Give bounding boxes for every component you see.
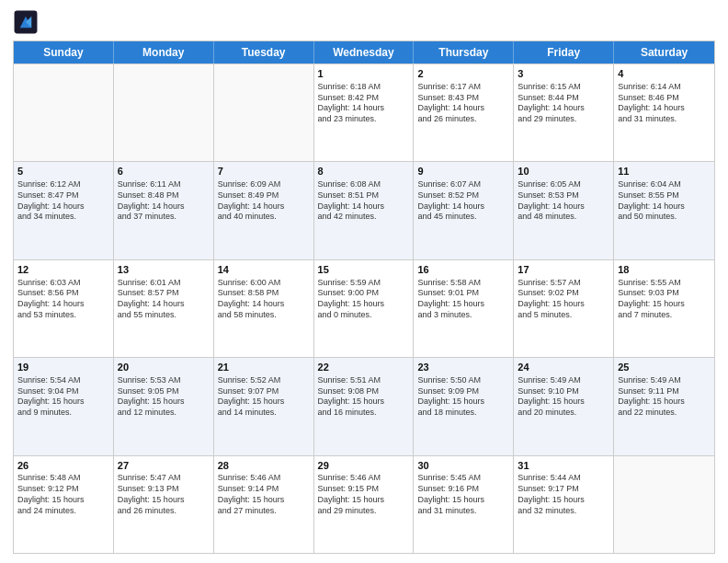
cell-info: Sunrise: 6:18 AM Sunset: 8:42 PM Dayligh… bbox=[318, 82, 410, 125]
day-number: 31 bbox=[518, 459, 609, 473]
day-number: 9 bbox=[417, 165, 509, 178]
cal-cell-day-12: 12Sunrise: 6:03 AM Sunset: 8:56 PM Dayli… bbox=[14, 260, 114, 357]
cal-cell-empty bbox=[114, 64, 214, 161]
cal-cell-day-14: 14Sunrise: 6:00 AM Sunset: 8:58 PM Dayli… bbox=[214, 260, 314, 357]
day-number: 19 bbox=[17, 361, 109, 374]
cal-row-2: 12Sunrise: 6:03 AM Sunset: 8:56 PM Dayli… bbox=[14, 259, 714, 357]
day-number: 17 bbox=[518, 263, 609, 277]
cal-cell-empty bbox=[614, 456, 714, 553]
cal-cell-day-8: 8Sunrise: 6:08 AM Sunset: 8:51 PM Daylig… bbox=[314, 162, 415, 259]
cal-cell-day-16: 16Sunrise: 5:58 AM Sunset: 9:01 PM Dayli… bbox=[414, 260, 514, 357]
cell-info: Sunrise: 5:45 AM Sunset: 9:16 PM Dayligh… bbox=[417, 473, 509, 516]
logo-icon bbox=[13, 9, 39, 35]
cal-cell-day-27: 27Sunrise: 5:47 AM Sunset: 9:13 PM Dayli… bbox=[114, 456, 214, 553]
calendar: SundayMondayTuesdayWednesdayThursdayFrid… bbox=[13, 40, 715, 554]
day-number: 6 bbox=[118, 165, 210, 178]
cell-info: Sunrise: 6:07 AM Sunset: 8:52 PM Dayligh… bbox=[417, 179, 509, 223]
day-number: 4 bbox=[618, 67, 711, 81]
cell-info: Sunrise: 5:53 AM Sunset: 9:05 PM Dayligh… bbox=[118, 375, 210, 419]
cal-cell-day-2: 2Sunrise: 6:17 AM Sunset: 8:43 PM Daylig… bbox=[414, 64, 514, 161]
cell-info: Sunrise: 5:59 AM Sunset: 9:00 PM Dayligh… bbox=[318, 278, 410, 321]
cell-info: Sunrise: 6:05 AM Sunset: 8:53 PM Dayligh… bbox=[518, 179, 609, 223]
col-header-wednesday: Wednesday bbox=[314, 41, 415, 63]
cell-info: Sunrise: 5:52 AM Sunset: 9:07 PM Dayligh… bbox=[218, 375, 310, 419]
cal-cell-day-23: 23Sunrise: 5:50 AM Sunset: 9:09 PM Dayli… bbox=[414, 358, 514, 454]
page: SundayMondayTuesdayWednesdayThursdayFrid… bbox=[0, 0, 728, 563]
calendar-body: 1Sunrise: 6:18 AM Sunset: 8:42 PM Daylig… bbox=[14, 63, 714, 553]
cell-info: Sunrise: 6:12 AM Sunset: 8:47 PM Dayligh… bbox=[17, 179, 109, 223]
cell-info: Sunrise: 5:46 AM Sunset: 9:15 PM Dayligh… bbox=[318, 473, 410, 516]
day-number: 7 bbox=[218, 165, 310, 178]
cell-info: Sunrise: 6:17 AM Sunset: 8:43 PM Dayligh… bbox=[417, 82, 509, 125]
cell-info: Sunrise: 6:04 AM Sunset: 8:55 PM Dayligh… bbox=[618, 179, 711, 223]
cal-cell-day-10: 10Sunrise: 6:05 AM Sunset: 8:53 PM Dayli… bbox=[514, 162, 614, 259]
cal-cell-day-11: 11Sunrise: 6:04 AM Sunset: 8:55 PM Dayli… bbox=[614, 162, 714, 259]
cal-row-0: 1Sunrise: 6:18 AM Sunset: 8:42 PM Daylig… bbox=[14, 63, 714, 161]
day-number: 26 bbox=[17, 459, 109, 473]
cal-cell-day-17: 17Sunrise: 5:57 AM Sunset: 9:02 PM Dayli… bbox=[514, 260, 614, 357]
day-number: 16 bbox=[417, 263, 509, 277]
cal-cell-day-29: 29Sunrise: 5:46 AM Sunset: 9:15 PM Dayli… bbox=[314, 456, 415, 553]
cal-cell-day-24: 24Sunrise: 5:49 AM Sunset: 9:10 PM Dayli… bbox=[514, 358, 614, 454]
cal-cell-day-3: 3Sunrise: 6:15 AM Sunset: 8:44 PM Daylig… bbox=[514, 64, 614, 161]
col-header-friday: Friday bbox=[514, 41, 614, 63]
cell-info: Sunrise: 6:08 AM Sunset: 8:51 PM Dayligh… bbox=[318, 179, 410, 223]
day-number: 15 bbox=[318, 263, 410, 277]
cell-info: Sunrise: 5:47 AM Sunset: 9:13 PM Dayligh… bbox=[118, 473, 210, 516]
cal-cell-day-20: 20Sunrise: 5:53 AM Sunset: 9:05 PM Dayli… bbox=[114, 358, 214, 454]
cal-cell-day-9: 9Sunrise: 6:07 AM Sunset: 8:52 PM Daylig… bbox=[414, 162, 514, 259]
day-number: 1 bbox=[318, 67, 410, 81]
day-number: 10 bbox=[518, 165, 609, 178]
day-number: 8 bbox=[318, 165, 410, 178]
day-number: 27 bbox=[118, 459, 210, 473]
day-number: 2 bbox=[417, 67, 509, 81]
cell-info: Sunrise: 6:14 AM Sunset: 8:46 PM Dayligh… bbox=[618, 82, 711, 125]
column-headers: SundayMondayTuesdayWednesdayThursdayFrid… bbox=[14, 41, 714, 63]
day-number: 21 bbox=[218, 361, 310, 374]
day-number: 30 bbox=[417, 459, 509, 473]
cal-cell-day-7: 7Sunrise: 6:09 AM Sunset: 8:49 PM Daylig… bbox=[214, 162, 314, 259]
day-number: 13 bbox=[118, 263, 210, 277]
cell-info: Sunrise: 6:01 AM Sunset: 8:57 PM Dayligh… bbox=[118, 278, 210, 321]
cal-row-3: 19Sunrise: 5:54 AM Sunset: 9:04 PM Dayli… bbox=[14, 357, 714, 454]
day-number: 12 bbox=[17, 263, 109, 277]
day-number: 11 bbox=[618, 165, 711, 178]
cal-cell-day-1: 1Sunrise: 6:18 AM Sunset: 8:42 PM Daylig… bbox=[314, 64, 415, 161]
cal-cell-day-28: 28Sunrise: 5:46 AM Sunset: 9:14 PM Dayli… bbox=[214, 456, 314, 553]
day-number: 3 bbox=[518, 67, 609, 81]
day-number: 20 bbox=[118, 361, 210, 374]
cell-info: Sunrise: 5:58 AM Sunset: 9:01 PM Dayligh… bbox=[417, 278, 509, 321]
cal-cell-empty bbox=[214, 64, 314, 161]
cell-info: Sunrise: 6:00 AM Sunset: 8:58 PM Dayligh… bbox=[218, 278, 310, 321]
cell-info: Sunrise: 5:49 AM Sunset: 9:11 PM Dayligh… bbox=[618, 375, 711, 419]
cell-info: Sunrise: 6:03 AM Sunset: 8:56 PM Dayligh… bbox=[17, 278, 109, 321]
cal-cell-day-15: 15Sunrise: 5:59 AM Sunset: 9:00 PM Dayli… bbox=[314, 260, 415, 357]
cal-cell-day-4: 4Sunrise: 6:14 AM Sunset: 8:46 PM Daylig… bbox=[614, 64, 714, 161]
col-header-monday: Monday bbox=[114, 41, 214, 63]
cal-cell-day-19: 19Sunrise: 5:54 AM Sunset: 9:04 PM Dayli… bbox=[14, 358, 114, 454]
cell-info: Sunrise: 5:44 AM Sunset: 9:17 PM Dayligh… bbox=[518, 473, 609, 516]
cal-cell-empty bbox=[14, 64, 114, 161]
cell-info: Sunrise: 6:11 AM Sunset: 8:48 PM Dayligh… bbox=[118, 179, 210, 223]
cell-info: Sunrise: 5:55 AM Sunset: 9:03 PM Dayligh… bbox=[618, 278, 711, 321]
cal-cell-day-13: 13Sunrise: 6:01 AM Sunset: 8:57 PM Dayli… bbox=[114, 260, 214, 357]
day-number: 18 bbox=[618, 263, 711, 277]
cal-row-4: 26Sunrise: 5:48 AM Sunset: 9:12 PM Dayli… bbox=[14, 455, 714, 553]
cal-cell-day-22: 22Sunrise: 5:51 AM Sunset: 9:08 PM Dayli… bbox=[314, 358, 415, 454]
day-number: 24 bbox=[518, 361, 609, 374]
cell-info: Sunrise: 6:15 AM Sunset: 8:44 PM Dayligh… bbox=[518, 82, 609, 125]
day-number: 22 bbox=[318, 361, 410, 374]
cell-info: Sunrise: 5:57 AM Sunset: 9:02 PM Dayligh… bbox=[518, 278, 609, 321]
col-header-tuesday: Tuesday bbox=[214, 41, 314, 63]
col-header-thursday: Thursday bbox=[414, 41, 514, 63]
col-header-saturday: Saturday bbox=[614, 41, 714, 63]
cell-info: Sunrise: 5:54 AM Sunset: 9:04 PM Dayligh… bbox=[17, 375, 109, 419]
cal-cell-day-18: 18Sunrise: 5:55 AM Sunset: 9:03 PM Dayli… bbox=[614, 260, 714, 357]
cell-info: Sunrise: 5:48 AM Sunset: 9:12 PM Dayligh… bbox=[17, 473, 109, 516]
cal-cell-day-31: 31Sunrise: 5:44 AM Sunset: 9:17 PM Dayli… bbox=[514, 456, 614, 553]
header bbox=[13, 9, 715, 35]
cal-cell-day-26: 26Sunrise: 5:48 AM Sunset: 9:12 PM Dayli… bbox=[14, 456, 114, 553]
cal-cell-day-6: 6Sunrise: 6:11 AM Sunset: 8:48 PM Daylig… bbox=[114, 162, 214, 259]
day-number: 29 bbox=[318, 459, 410, 473]
cell-info: Sunrise: 5:50 AM Sunset: 9:09 PM Dayligh… bbox=[417, 375, 509, 419]
